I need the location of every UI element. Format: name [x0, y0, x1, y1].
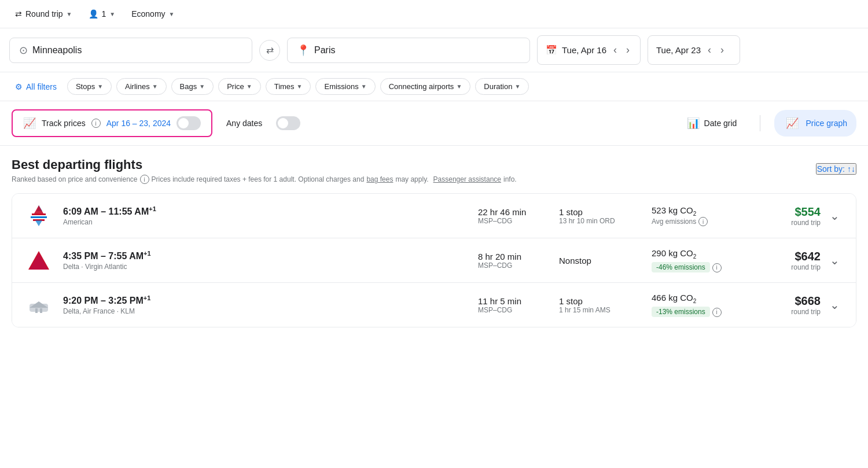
duration-label: Duration [484, 82, 512, 91]
flight-stops-col: 1 stop 13 hr 10 min ORD [547, 207, 640, 225]
duration-filter[interactable]: Duration ▼ [475, 78, 529, 95]
subtitle-info-icon[interactable]: i [140, 175, 149, 184]
flight-stops: 1 stop [559, 296, 640, 306]
price-filter[interactable]: Price ▼ [218, 78, 261, 95]
all-filters-button[interactable]: ⚙ All filters [9, 79, 62, 95]
date-from-prev[interactable]: ‹ [611, 42, 619, 58]
flight-stop-detail: 1 hr 15 min AMS [559, 306, 640, 314]
flight-price-label: round trip [756, 219, 821, 227]
svg-rect-11 [35, 308, 38, 313]
svg-rect-2 [32, 213, 46, 215]
airlines-chevron: ▼ [152, 83, 158, 90]
any-dates-toggle[interactable] [276, 116, 300, 130]
origin-value: Minneapolis [32, 45, 82, 56]
date-from-field[interactable]: 📅 Tue, Apr 16 ‹ › [537, 35, 641, 65]
cabin-chevron: ▼ [169, 11, 175, 17]
avg-emissions: Avg emissions i [652, 217, 756, 226]
flight-duration: 8 hr 20 min [478, 252, 547, 261]
person-icon: 👤 [89, 9, 98, 19]
price-label: Price [227, 82, 244, 91]
filter-icon: ⚙ [15, 82, 23, 91]
flight-route: MSP–CDG [478, 217, 547, 225]
flight-route: MSP–CDG [478, 306, 547, 314]
delta-logo [26, 248, 52, 273]
flight-airline: American [63, 218, 466, 226]
track-prices-toggle[interactable] [176, 116, 201, 130]
expand-button[interactable]: ⌄ [825, 251, 844, 270]
stops-label: Stops [76, 82, 95, 91]
emissions-info-icon[interactable]: i [712, 308, 722, 317]
flight-price: $642 [756, 250, 821, 263]
flight-price: $554 [756, 205, 821, 219]
connecting-airports-label: Connecting airports [389, 82, 454, 91]
flight-stops-col: Nonstop [547, 256, 640, 266]
bags-filter[interactable]: Bags ▼ [171, 78, 214, 95]
price-graph-label: Price graph [806, 119, 847, 128]
round-trip-button[interactable]: ⇄ Round trip ▼ [9, 6, 78, 22]
cabin-class-label: Economy [131, 9, 165, 19]
flights-section: Best departing flights Ranked based on p… [0, 146, 868, 327]
svg-marker-8 [30, 253, 48, 270]
flight-price-col: $642 round trip [756, 250, 825, 271]
table-row[interactable]: 4:35 PM – 7:55 AM+1 Delta · Virgin Atlan… [12, 238, 856, 283]
date-grid-icon: 📊 [687, 117, 700, 130]
flight-duration: 11 hr 5 min [478, 296, 547, 306]
svg-marker-5 [35, 220, 42, 226]
fees-row: Ranked based on price and convenience i … [12, 175, 856, 184]
date-from-next[interactable]: › [624, 42, 632, 58]
flight-airline: Delta, Air France · KLM [63, 307, 466, 315]
flight-duration-col: 22 hr 46 min MSP–CDG [466, 207, 547, 225]
expand-button[interactable]: ⌄ [825, 296, 844, 314]
section-subtitle: Ranked based on price and convenience [12, 175, 138, 183]
american-logo [26, 203, 52, 229]
destination-field[interactable]: 📍 Paris [287, 38, 530, 63]
stops-chevron: ▼ [97, 83, 103, 90]
flight-list: 6:09 AM – 11:55 AM+1 American 22 hr 46 m… [12, 193, 856, 327]
duration-chevron: ▼ [514, 83, 520, 90]
info-end-text: info. [503, 175, 517, 183]
emissions-info-icon[interactable]: i [712, 263, 722, 272]
date-to-field[interactable]: Tue, Apr 23 ‹ › [648, 35, 740, 65]
flight-info: 9:20 PM – 3:25 PM+1 Delta, Air France · … [54, 294, 466, 315]
passenger-assistance-link[interactable]: Passenger assistance [433, 175, 501, 183]
airlines-label: Airlines [125, 82, 150, 91]
section-title: Best departing flights [12, 157, 856, 172]
price-graph-button[interactable]: 📈 Price graph [774, 110, 856, 137]
connecting-airports-filter[interactable]: Connecting airports ▼ [380, 78, 471, 95]
table-row[interactable]: 9:20 PM – 3:25 PM+1 Delta, Air France · … [12, 283, 856, 327]
track-icon: 📈 [23, 117, 36, 130]
emissions-info-icon[interactable]: i [698, 217, 708, 226]
filter-bar: ⚙ All filters Stops ▼ Airlines ▼ Bags ▼ … [0, 72, 868, 101]
origin-field[interactable]: ⊙ Minneapolis [9, 38, 252, 63]
cabin-class-button[interactable]: Economy ▼ [126, 6, 180, 22]
passengers-button[interactable]: 👤 1 ▼ [83, 6, 122, 22]
connecting-airports-chevron: ▼ [456, 83, 462, 90]
date-to-prev[interactable]: ‹ [705, 42, 713, 58]
sort-button[interactable]: Sort by: ↑↓ [816, 163, 856, 175]
flight-emissions-col: 290 kg CO2 -46% emissions i [640, 248, 756, 272]
track-info-icon[interactable]: i [91, 119, 101, 128]
stops-filter[interactable]: Stops ▼ [67, 78, 112, 95]
bag-fees-link[interactable]: bag fees [366, 175, 393, 183]
flight-times: 9:20 PM – 3:25 PM+1 [63, 294, 466, 306]
date-grid-button[interactable]: 📊 Date grid [678, 112, 746, 134]
table-row[interactable]: 6:09 AM – 11:55 AM+1 American 22 hr 46 m… [12, 194, 856, 238]
origin-icon: ⊙ [19, 44, 28, 57]
track-prices-box: 📈 Track prices i Apr 16 – 23, 2024 [12, 109, 212, 137]
times-label: Times [274, 82, 295, 91]
swap-button[interactable]: ⇄ [259, 40, 280, 61]
airlines-filter[interactable]: Airlines ▼ [116, 78, 167, 95]
times-filter[interactable]: Times ▼ [266, 78, 311, 95]
sort-icon: ↑↓ [847, 164, 855, 174]
emissions-filter[interactable]: Emissions ▼ [315, 78, 375, 95]
flight-stops: 1 stop [559, 207, 640, 217]
expand-button[interactable]: ⌄ [825, 207, 844, 225]
bags-label: Bags [180, 82, 197, 91]
sort-label: Sort by: [817, 164, 845, 174]
date-to-next[interactable]: › [718, 42, 726, 58]
flight-stops: Nonstop [559, 256, 640, 266]
emissions-label: Emissions [324, 82, 358, 91]
track-prices-slider [176, 116, 201, 130]
flight-duration-col: 8 hr 20 min MSP–CDG [466, 252, 547, 270]
swap-icon: ⇄ [266, 45, 274, 56]
